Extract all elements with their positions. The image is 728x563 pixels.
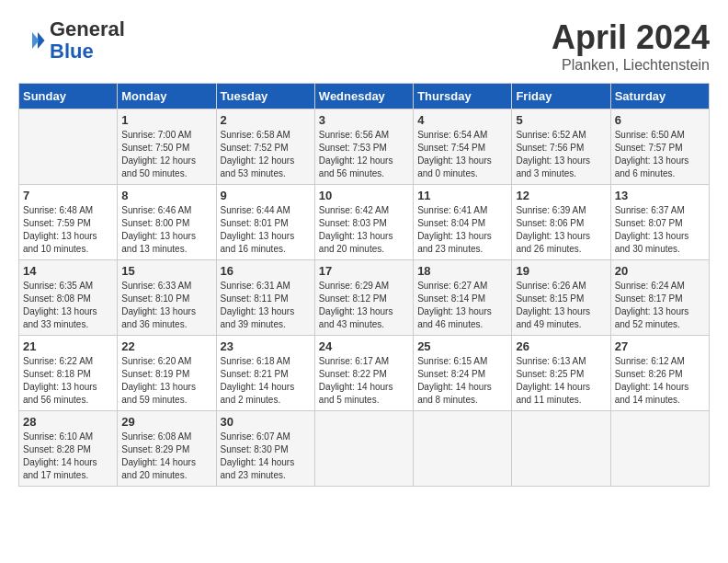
day-info: Sunrise: 6:20 AM Sunset: 8:19 PM Dayligh… [121,355,211,407]
calendar-cell [414,411,512,487]
calendar-cell [314,411,413,487]
column-header-tuesday: Tuesday [216,84,314,109]
day-number: 19 [516,264,606,278]
location: Planken, Liechtenstein [552,57,710,74]
day-number: 17 [319,264,409,278]
calendar-row: 28Sunrise: 6:10 AM Sunset: 8:28 PM Dayli… [19,411,710,487]
calendar-cell: 15Sunrise: 6:33 AM Sunset: 8:10 PM Dayli… [118,260,216,336]
day-info: Sunrise: 6:42 AM Sunset: 8:03 PM Dayligh… [319,204,409,256]
calendar-cell: 4Sunrise: 6:54 AM Sunset: 7:54 PM Daylig… [414,109,512,185]
calendar-cell: 21Sunrise: 6:22 AM Sunset: 8:18 PM Dayli… [19,336,118,411]
calendar-row: 14Sunrise: 6:35 AM Sunset: 8:08 PM Dayli… [19,260,710,336]
calendar-table: SundayMondayTuesdayWednesdayThursdayFrid… [18,83,710,487]
calendar-cell: 24Sunrise: 6:17 AM Sunset: 8:22 PM Dayli… [314,336,413,411]
logo-icon [18,27,46,54]
day-number: 22 [121,339,211,353]
day-info: Sunrise: 6:29 AM Sunset: 8:12 PM Dayligh… [319,280,409,331]
day-info: Sunrise: 6:15 AM Sunset: 8:24 PM Dayligh… [417,355,507,407]
day-info: Sunrise: 6:10 AM Sunset: 8:28 PM Dayligh… [23,431,113,482]
day-number: 25 [417,339,507,353]
day-number: 28 [23,415,113,429]
calendar-cell: 17Sunrise: 6:29 AM Sunset: 8:12 PM Dayli… [314,260,413,336]
day-number: 10 [319,189,409,202]
day-info: Sunrise: 6:33 AM Sunset: 8:10 PM Dayligh… [121,280,211,331]
calendar-cell: 1Sunrise: 7:00 AM Sunset: 7:50 PM Daylig… [118,109,216,185]
calendar-cell: 28Sunrise: 6:10 AM Sunset: 8:28 PM Dayli… [19,411,118,487]
column-header-wednesday: Wednesday [314,84,413,109]
day-info: Sunrise: 6:58 AM Sunset: 7:52 PM Dayligh… [221,129,311,180]
calendar-cell: 3Sunrise: 6:56 AM Sunset: 7:53 PM Daylig… [314,109,413,185]
day-info: Sunrise: 6:50 AM Sunset: 7:57 PM Dayligh… [615,129,705,180]
day-number: 1 [121,113,211,127]
calendar-cell: 25Sunrise: 6:15 AM Sunset: 8:24 PM Dayli… [414,336,512,411]
day-number: 15 [121,264,211,278]
calendar-cell [19,109,118,185]
day-info: Sunrise: 6:24 AM Sunset: 8:17 PM Dayligh… [615,280,705,331]
calendar-cell: 8Sunrise: 6:46 AM Sunset: 8:00 PM Daylig… [118,185,216,260]
calendar-cell: 6Sunrise: 6:50 AM Sunset: 7:57 PM Daylig… [610,109,709,185]
logo-text: General Blue [50,18,125,63]
day-number: 24 [319,339,409,353]
day-info: Sunrise: 6:27 AM Sunset: 8:14 PM Dayligh… [417,280,507,331]
calendar-header-row: SundayMondayTuesdayWednesdayThursdayFrid… [19,84,710,109]
day-number: 27 [615,339,705,353]
day-number: 14 [23,264,113,278]
logo-blue: Blue [50,40,94,63]
day-info: Sunrise: 6:22 AM Sunset: 8:18 PM Dayligh… [23,355,113,407]
calendar-cell: 16Sunrise: 6:31 AM Sunset: 8:11 PM Dayli… [216,260,314,336]
day-number: 9 [221,189,311,202]
day-number: 2 [221,113,311,127]
calendar-cell: 5Sunrise: 6:52 AM Sunset: 7:56 PM Daylig… [512,109,610,185]
day-info: Sunrise: 6:18 AM Sunset: 8:21 PM Dayligh… [221,355,311,407]
column-header-sunday: Sunday [19,84,118,109]
month-title: April 2024 [552,18,710,57]
day-number: 26 [516,339,606,353]
day-number: 16 [221,264,311,278]
title-block: April 2024 Planken, Liechtenstein [552,18,710,74]
column-header-thursday: Thursday [414,84,512,109]
calendar-row: 21Sunrise: 6:22 AM Sunset: 8:18 PM Dayli… [19,336,710,411]
day-info: Sunrise: 6:41 AM Sunset: 8:04 PM Dayligh… [417,204,507,256]
day-info: Sunrise: 6:17 AM Sunset: 8:22 PM Dayligh… [319,355,409,407]
day-number: 29 [121,415,211,429]
calendar-cell: 10Sunrise: 6:42 AM Sunset: 8:03 PM Dayli… [314,185,413,260]
calendar-cell: 29Sunrise: 6:08 AM Sunset: 8:29 PM Dayli… [118,411,216,487]
calendar-cell: 20Sunrise: 6:24 AM Sunset: 8:17 PM Dayli… [610,260,709,336]
calendar-cell: 9Sunrise: 6:44 AM Sunset: 8:01 PM Daylig… [216,185,314,260]
day-number: 5 [516,113,606,127]
calendar-cell: 12Sunrise: 6:39 AM Sunset: 8:06 PM Dayli… [512,185,610,260]
day-number: 23 [221,339,311,353]
logo-general: General [50,17,125,40]
day-number: 11 [417,189,507,202]
day-info: Sunrise: 6:12 AM Sunset: 8:26 PM Dayligh… [615,355,705,407]
day-info: Sunrise: 6:37 AM Sunset: 8:07 PM Dayligh… [615,204,705,256]
day-info: Sunrise: 6:35 AM Sunset: 8:08 PM Dayligh… [23,280,113,331]
day-info: Sunrise: 6:52 AM Sunset: 7:56 PM Dayligh… [516,129,606,180]
day-info: Sunrise: 6:31 AM Sunset: 8:11 PM Dayligh… [221,280,311,331]
calendar-cell: 7Sunrise: 6:48 AM Sunset: 7:59 PM Daylig… [19,185,118,260]
day-info: Sunrise: 7:00 AM Sunset: 7:50 PM Dayligh… [121,129,211,180]
calendar-cell: 2Sunrise: 6:58 AM Sunset: 7:52 PM Daylig… [216,109,314,185]
day-number: 18 [417,264,507,278]
calendar-cell: 22Sunrise: 6:20 AM Sunset: 8:19 PM Dayli… [118,336,216,411]
day-info: Sunrise: 6:56 AM Sunset: 7:53 PM Dayligh… [319,129,409,180]
day-info: Sunrise: 6:39 AM Sunset: 8:06 PM Dayligh… [516,204,606,256]
day-number: 20 [615,264,705,278]
calendar-row: 7Sunrise: 6:48 AM Sunset: 7:59 PM Daylig… [19,185,710,260]
day-number: 12 [516,189,606,202]
calendar-cell: 26Sunrise: 6:13 AM Sunset: 8:25 PM Dayli… [512,336,610,411]
column-header-saturday: Saturday [610,84,709,109]
calendar-cell: 27Sunrise: 6:12 AM Sunset: 8:26 PM Dayli… [610,336,709,411]
calendar-row: 1Sunrise: 7:00 AM Sunset: 7:50 PM Daylig… [19,109,710,185]
day-number: 3 [319,113,409,127]
calendar-cell [512,411,610,487]
day-info: Sunrise: 6:26 AM Sunset: 8:15 PM Dayligh… [516,280,606,331]
calendar-cell: 11Sunrise: 6:41 AM Sunset: 8:04 PM Dayli… [414,185,512,260]
day-number: 7 [23,189,113,202]
calendar-cell: 18Sunrise: 6:27 AM Sunset: 8:14 PM Dayli… [414,260,512,336]
calendar-cell [610,411,709,487]
calendar-cell: 14Sunrise: 6:35 AM Sunset: 8:08 PM Dayli… [19,260,118,336]
day-info: Sunrise: 6:54 AM Sunset: 7:54 PM Dayligh… [417,129,507,180]
calendar-cell: 23Sunrise: 6:18 AM Sunset: 8:21 PM Dayli… [216,336,314,411]
calendar-cell: 19Sunrise: 6:26 AM Sunset: 8:15 PM Dayli… [512,260,610,336]
